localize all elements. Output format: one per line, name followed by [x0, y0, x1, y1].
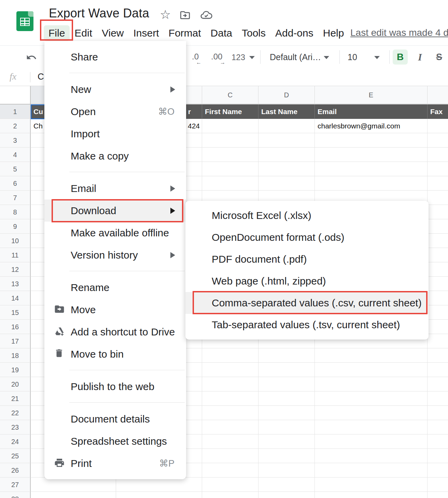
- cell-C24[interactable]: [202, 434, 258, 449]
- file-menu-item-import[interactable]: Import: [44, 123, 186, 145]
- cell-A27[interactable]: [31, 478, 116, 492]
- file-menu-item-open[interactable]: Open⌘O: [44, 100, 186, 123]
- cloud-saved-icon[interactable]: [199, 9, 213, 21]
- cell-E24[interactable]: [315, 434, 428, 449]
- cell-D20[interactable]: [258, 377, 315, 391]
- cell-F3[interactable]: [428, 133, 448, 148]
- cell-B27[interactable]: [116, 478, 202, 492]
- file-menu-item-new[interactable]: New: [44, 78, 186, 100]
- row-header-8[interactable]: 8: [0, 205, 31, 219]
- cell-E26[interactable]: [315, 463, 428, 478]
- cell-F14[interactable]: [428, 291, 448, 305]
- row-header-2[interactable]: 2: [0, 119, 31, 133]
- strikethrough-button[interactable]: S: [432, 50, 447, 65]
- cell-D18[interactable]: [258, 348, 315, 363]
- cell-F25[interactable]: [428, 449, 448, 463]
- col-header-C[interactable]: C: [202, 86, 258, 105]
- menubar-item-view[interactable]: View: [97, 25, 128, 41]
- cell-C25[interactable]: [202, 449, 258, 463]
- cell-F5[interactable]: [428, 162, 448, 176]
- cell-E19[interactable]: [315, 363, 428, 377]
- row-header-1[interactable]: 1: [0, 105, 31, 119]
- move-folder-icon[interactable]: [179, 9, 191, 21]
- cell-D28[interactable]: [258, 492, 315, 498]
- cell-D5[interactable]: [258, 162, 315, 176]
- download-submenu-item-opendocument-format-ods[interactable]: OpenDocument format (.ods): [185, 226, 429, 248]
- cell-E21[interactable]: [315, 391, 428, 406]
- cell-C4[interactable]: [202, 148, 258, 162]
- row-header-14[interactable]: 14: [0, 291, 31, 305]
- cell-D27[interactable]: [258, 478, 315, 492]
- cell-F23[interactable]: [428, 420, 448, 434]
- cell-D22[interactable]: [258, 406, 315, 420]
- file-menu-item-make-a-copy[interactable]: Make a copy: [44, 145, 186, 167]
- cell-D6[interactable]: [258, 176, 315, 191]
- cell-C27[interactable]: [202, 478, 258, 492]
- cell-F22[interactable]: [428, 406, 448, 420]
- cell-D26[interactable]: [258, 463, 315, 478]
- cell-C6[interactable]: [202, 176, 258, 191]
- file-menu-item-make-available-offline[interactable]: Make available offline: [44, 222, 186, 244]
- row-header-18[interactable]: 18: [0, 348, 31, 363]
- file-menu-item-download[interactable]: Download: [44, 199, 186, 222]
- cell-E18[interactable]: [315, 348, 428, 363]
- cell-E1[interactable]: Email: [315, 105, 428, 119]
- row-header-23[interactable]: 23: [0, 420, 31, 434]
- file-menu-item-print[interactable]: Print⌘P: [44, 452, 186, 474]
- cell-F21[interactable]: [428, 391, 448, 406]
- menubar-item-file[interactable]: File: [44, 25, 70, 41]
- row-header-26[interactable]: 26: [0, 463, 31, 478]
- cell-C21[interactable]: [202, 391, 258, 406]
- row-header-5[interactable]: 5: [0, 162, 31, 176]
- row-header-21[interactable]: 21: [0, 391, 31, 406]
- menubar-item-format[interactable]: Format: [164, 25, 206, 41]
- cell-C26[interactable]: [202, 463, 258, 478]
- file-menu-item-publish-to-the-web[interactable]: Publish to the web: [44, 375, 186, 398]
- row-header-13[interactable]: 13: [0, 277, 31, 291]
- cell-C1[interactable]: First Name: [202, 105, 258, 119]
- cell-C22[interactable]: [202, 406, 258, 420]
- row-header-12[interactable]: 12: [0, 262, 31, 277]
- cell-E3[interactable]: [315, 133, 428, 148]
- file-menu-item-spreadsheet-settings[interactable]: Spreadsheet settings: [44, 430, 186, 452]
- cell-F12[interactable]: [428, 262, 448, 277]
- cell-E23[interactable]: [315, 420, 428, 434]
- file-menu-item-share[interactable]: Share: [44, 46, 186, 68]
- cell-F6[interactable]: [428, 176, 448, 191]
- cell-E2[interactable]: charlesbrown@gmail.com: [315, 119, 428, 133]
- row-header-15[interactable]: 15: [0, 305, 31, 320]
- cell-F7[interactable]: [428, 191, 448, 205]
- download-submenu-item-tab-separated-values-tsv-current-sheet[interactable]: Tab-separated values (.tsv, current shee…: [185, 314, 429, 336]
- row-header-20[interactable]: 20: [0, 377, 31, 391]
- formula-input[interactable]: C: [38, 71, 44, 82]
- menubar-item-add-ons[interactable]: Add-ons: [270, 25, 318, 41]
- cell-E5[interactable]: [315, 162, 428, 176]
- file-menu-item-move[interactable]: Move: [44, 299, 186, 321]
- cell-F16[interactable]: [428, 320, 448, 334]
- italic-button[interactable]: I: [412, 50, 428, 65]
- star-icon[interactable]: ☆: [160, 8, 171, 22]
- cell-F1[interactable]: Fax: [428, 105, 448, 119]
- cell-C2[interactable]: [202, 119, 258, 133]
- cell-F19[interactable]: [428, 363, 448, 377]
- file-menu-item-move-to-bin[interactable]: Move to bin: [44, 343, 186, 365]
- cell-C19[interactable]: [202, 363, 258, 377]
- cell-E25[interactable]: [315, 449, 428, 463]
- file-menu-item-version-history[interactable]: Version history: [44, 244, 186, 266]
- cell-C3[interactable]: [202, 133, 258, 148]
- cell-F24[interactable]: [428, 434, 448, 449]
- cell-F20[interactable]: [428, 377, 448, 391]
- cell-D21[interactable]: [258, 391, 315, 406]
- cell-A28[interactable]: [31, 492, 116, 498]
- download-submenu-item-microsoft-excel-xlsx[interactable]: Microsoft Excel (.xlsx): [185, 205, 429, 226]
- row-header-27[interactable]: 27: [0, 478, 31, 492]
- font-family-select[interactable]: Default (Ari…: [270, 52, 321, 62]
- row-header-24[interactable]: 24: [0, 434, 31, 449]
- last-edit-link[interactable]: Last edit was made 4 d: [350, 27, 448, 38]
- cell-E6[interactable]: [315, 176, 428, 191]
- download-submenu-item-web-page-html-zipped[interactable]: Web page (.html, zipped): [185, 270, 429, 292]
- file-menu-item-document-details[interactable]: Document details: [44, 408, 186, 430]
- cell-D1[interactable]: Last Name: [258, 105, 315, 119]
- cell-B28[interactable]: [116, 492, 202, 498]
- col-header-E[interactable]: E: [315, 86, 428, 105]
